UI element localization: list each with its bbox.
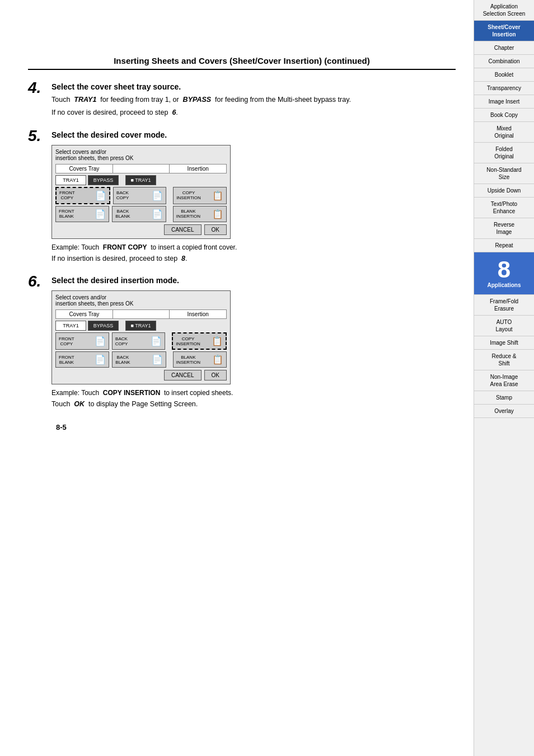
s6-tray1-btn[interactable]: TRAY1: [55, 321, 86, 331]
step-6-ui: Select covers and/orinsertion sheets, th…: [51, 290, 231, 384]
sidebar-item-reverse-image[interactable]: Reverse Image: [474, 218, 534, 239]
back-blank-label: BACKBLANK: [115, 209, 130, 219]
sidebar-item-stamp[interactable]: Stamp: [474, 391, 534, 405]
step-6-heading: Select the desired insertion mode.: [51, 276, 456, 285]
front-copy-icon: 📄: [95, 190, 106, 201]
sidebar-item-reduce-shift[interactable]: Reduce & Shift: [474, 350, 534, 370]
sidebar-item-auto-layout[interactable]: AUTO Layout: [474, 316, 534, 336]
front-blank-btn[interactable]: FRONTBLANK 📄: [55, 206, 109, 222]
sidebar-item-overlay[interactable]: Overlay: [474, 405, 534, 418]
blank-insertion-btn[interactable]: BLANKINSERTION 📋: [173, 206, 227, 222]
page-title: Inserting Sheets and Covers (Sheet/Cover…: [28, 56, 456, 70]
s6-copy-insertion-btn[interactable]: COPYINSERTION 📋: [172, 332, 227, 350]
step-6-col-headers: Covers Tray Insertion: [55, 309, 227, 319]
sidebar-item-repeat[interactable]: Repeat: [474, 239, 534, 252]
step-6-number: 6.: [28, 274, 51, 289]
sidebar: Application Selection ScreenSheet/Cover …: [474, 0, 534, 756]
s6-bypass-btn[interactable]: BYPASS: [88, 321, 119, 331]
copy-insertion-label: COPYINSERTION: [176, 190, 200, 200]
back-copy-icon: 📄: [152, 190, 163, 201]
step-4-number: 4.: [28, 80, 51, 96]
step-5-cancel-btn[interactable]: CANCEL: [164, 224, 202, 235]
s6-back-copy-btn[interactable]: BACKCOPY 📄: [112, 332, 166, 350]
sidebar-item-sheet-cover[interactable]: Sheet/Cover Insertion: [474, 21, 534, 41]
step-4-heading: Select the cover sheet tray source.: [51, 82, 456, 91]
front-blank-label: FRONTBLANK: [59, 209, 74, 219]
sidebar-item-chapter[interactable]: Chapter: [474, 41, 534, 55]
step-5-col-headers: Covers Tray Insertion: [55, 164, 227, 173]
sidebar-item-image-shift[interactable]: Image Shift: [474, 336, 534, 350]
sidebar-item-folded-original[interactable]: Folded Original: [474, 143, 534, 163]
sidebar-item-frame-fold[interactable]: Frame/Fold Erasure: [474, 295, 534, 316]
step-6-options-row1: FRONTCOPY 📄 BACKCOPY 📄 COPYINSERTION 📋: [55, 332, 227, 350]
step-5-example: Example: Touch FRONT COPY to insert a co…: [51, 243, 456, 251]
sidebar-item-app-selection[interactable]: Application Selection Screen: [474, 0, 534, 21]
step-4-text-1: Touch TRAY1 for feeding from tray 1, or …: [51, 95, 456, 105]
s6-copy-insertion-icon: 📋: [212, 336, 223, 346]
sidebar-item-booklet[interactable]: Booklet: [474, 68, 534, 82]
step-6-cancel-btn[interactable]: CANCEL: [164, 370, 202, 381]
sidebar-item-text-photo[interactable]: Text/Photo Enhance: [474, 198, 534, 218]
sidebar-item-transparency[interactable]: Transparency: [474, 82, 534, 95]
tray1-btn[interactable]: TRAY1: [55, 175, 86, 185]
page-number: 8-5: [56, 423, 67, 431]
back-copy-label: BACKCOPY: [116, 190, 129, 200]
sidebar-item-mixed-original[interactable]: Mixed Original: [474, 122, 534, 143]
blank-insertion-icon: 📋: [212, 209, 223, 219]
s6-insertion-tray1-btn[interactable]: ■ TRAY1: [125, 321, 156, 331]
col-insertion: Insertion: [170, 165, 226, 173]
sidebar-item-image-insert[interactable]: Image Insert: [474, 95, 534, 109]
s6-blank-insertion-icon: 📋: [212, 354, 223, 365]
s6-back-blank-btn[interactable]: BACKBLANK 📄: [112, 351, 166, 368]
step-5-content: Select the desired cover mode. Select co…: [51, 130, 456, 266]
step-6-ok-btn[interactable]: OK: [204, 370, 227, 381]
col6-covers-tray: Covers Tray: [56, 310, 113, 318]
s6-blank-insertion-label: BLANKINSERTION: [176, 355, 200, 365]
front-copy-label: FRONTCOPY: [59, 190, 75, 200]
sidebar-item-non-image-erase[interactable]: Non-Image Area Erase: [474, 370, 534, 391]
col-sep: [113, 165, 170, 173]
back-blank-btn[interactable]: BACKBLANK 📄: [112, 206, 166, 222]
col6-insertion: Insertion: [170, 310, 226, 318]
step-6-tray-row: TRAY1 BYPASS ■ TRAY1: [55, 321, 227, 331]
sidebar-item-applications-chapter[interactable]: 8Applications: [474, 252, 534, 295]
insertion-tray1-btn[interactable]: ■ TRAY1: [125, 175, 156, 185]
step-5-options-row1: FRONTCOPY 📄 BACKCOPY 📄 COPYINSERTION 📋: [55, 187, 227, 204]
copy-insertion-btn[interactable]: COPYINSERTION 📋: [173, 187, 227, 204]
s6-back-copy-label: BACKCOPY: [115, 336, 128, 346]
sidebar-item-non-standard-size[interactable]: Non-Standard Size: [474, 163, 534, 184]
s6-back-copy-icon: 📄: [151, 336, 162, 346]
step-5-tray-row: TRAY1 BYPASS ■ TRAY1: [55, 175, 227, 185]
blank-insertion-label: BLANKINSERTION: [176, 209, 200, 219]
bypass-btn[interactable]: BYPASS: [88, 175, 119, 185]
s6-back-blank-label: BACKBLANK: [115, 355, 130, 365]
step-5-ok-btn[interactable]: OK: [204, 224, 227, 235]
s6-front-copy-btn[interactable]: FRONTCOPY 📄: [55, 332, 109, 350]
step-6-actions: CANCEL OK: [55, 370, 227, 381]
back-blank-icon: 📄: [152, 209, 163, 219]
s6-copy-insertion-label: COPYINSERTION: [176, 336, 200, 346]
step-5-options-row2: FRONTBLANK 📄 BACKBLANK 📄 BLANKINSERTION …: [55, 206, 227, 222]
step-5-note: If no insertion is desired, proceed to s…: [51, 253, 456, 264]
front-copy-btn[interactable]: FRONTCOPY 📄: [55, 187, 110, 204]
step-4-text-2: If no cover is desired, proceed to step …: [51, 107, 456, 118]
step-5-number: 5.: [28, 128, 51, 144]
step-6: 6. Select the desired insertion mode. Se…: [28, 276, 456, 412]
sidebar-item-book-copy[interactable]: Book Copy: [474, 109, 534, 122]
step-5-ui: Select covers and/orinsertion sheets, th…: [51, 145, 231, 239]
back-copy-btn[interactable]: BACKCOPY 📄: [113, 187, 167, 204]
step-6-options-row2: FRONTBLANK 📄 BACKBLANK 📄 BLANKINSERTION …: [55, 351, 227, 368]
step-6-ui-title: Select covers and/orinsertion sheets, th…: [55, 294, 227, 307]
step-6-note: Touch OK to display the Page Setting Scr…: [51, 399, 456, 410]
step-6-content: Select the desired insertion mode. Selec…: [51, 276, 456, 412]
chapter-number: 8: [498, 258, 510, 281]
sidebar-item-combination[interactable]: Combination: [474, 55, 534, 68]
s6-front-blank-btn[interactable]: FRONTBLANK 📄: [55, 351, 109, 368]
s6-blank-insertion-btn[interactable]: BLANKINSERTION 📋: [173, 351, 227, 368]
step-5: 5. Select the desired cover mode. Select…: [28, 130, 456, 266]
s6-front-blank-label: FRONTBLANK: [59, 355, 74, 365]
s6-front-copy-icon: 📄: [95, 336, 106, 346]
copy-insertion-icon: 📋: [212, 190, 223, 201]
sidebar-item-upside-down[interactable]: Upside Down: [474, 184, 534, 198]
col6-sep: [113, 310, 170, 318]
